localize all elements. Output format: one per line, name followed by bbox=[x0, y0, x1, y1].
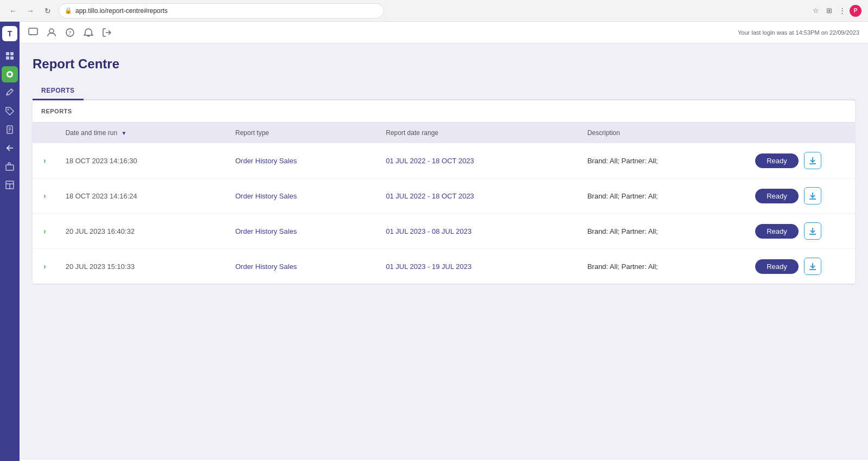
table-row: › 18 OCT 2023 14:16:24 Order History Sal… bbox=[33, 178, 855, 214]
ready-button-3[interactable]: Ready bbox=[755, 224, 799, 239]
sidebar-item-briefcase[interactable] bbox=[2, 158, 18, 175]
reports-card: REPORTS Date and time run ▼ Report type … bbox=[33, 100, 855, 284]
svg-rect-12 bbox=[6, 165, 14, 170]
logo-text: T bbox=[8, 29, 12, 38]
row-date-4: 20 JUL 2023 15:10:33 bbox=[57, 249, 227, 284]
forward-button[interactable]: → bbox=[24, 4, 37, 17]
last-login-text: Your last login was at 14:53PM on 22/09/… bbox=[738, 29, 859, 36]
briefcase-icon bbox=[5, 162, 14, 171]
row-actions-4: Ready bbox=[746, 249, 855, 284]
row-actions-1: Ready bbox=[746, 143, 855, 178]
row-range-3: 01 JUL 2023 - 08 JUL 2023 bbox=[377, 214, 578, 249]
table-body: › 18 OCT 2023 14:16:30 Order History Sal… bbox=[33, 143, 855, 284]
row-actions-3: Ready bbox=[746, 214, 855, 248]
svg-rect-16 bbox=[29, 28, 37, 35]
content-wrapper: ? Your last login was bbox=[20, 22, 868, 461]
row-type-4: Order History Sales bbox=[227, 249, 378, 284]
svg-rect-2 bbox=[6, 56, 9, 60]
col-date-label: Date and time run bbox=[66, 129, 117, 137]
expand-chevron-3[interactable]: › bbox=[41, 225, 48, 238]
sidebar-item-table[interactable] bbox=[2, 177, 18, 193]
svg-point-17 bbox=[49, 29, 54, 33]
row-description-4: Brand: All; Partner: All; bbox=[579, 249, 746, 284]
bell-icon[interactable] bbox=[84, 28, 93, 37]
header-icons: ? bbox=[28, 28, 112, 37]
pencil-icon bbox=[5, 88, 14, 97]
row-date-3: 20 JUL 2023 16:40:32 bbox=[57, 214, 227, 249]
sidebar-logo[interactable]: T bbox=[2, 26, 17, 41]
sidebar-item-documents[interactable] bbox=[2, 121, 18, 138]
col-actions bbox=[746, 123, 855, 143]
tabs: REPORTS bbox=[33, 82, 855, 100]
more-icon[interactable]: ⋮ bbox=[837, 5, 847, 16]
back-button[interactable]: ← bbox=[7, 4, 20, 17]
page-title: Report Centre bbox=[33, 56, 855, 72]
sidebar-item-dashboard[interactable] bbox=[2, 48, 18, 64]
col-date[interactable]: Date and time run ▼ bbox=[57, 123, 227, 143]
sidebar: T bbox=[0, 22, 20, 461]
user-icon[interactable] bbox=[47, 28, 56, 37]
download-button-2[interactable] bbox=[804, 187, 821, 204]
row-range-4: 01 JUL 2023 - 19 JUL 2023 bbox=[377, 249, 578, 284]
download-button-3[interactable] bbox=[804, 222, 821, 240]
col-type: Report type bbox=[227, 123, 378, 143]
row-description-2: Brand: All; Partner: All; bbox=[579, 178, 746, 214]
svg-point-6 bbox=[8, 109, 9, 111]
expand-chevron-2[interactable]: › bbox=[41, 189, 48, 202]
sidebar-item-tag[interactable] bbox=[2, 103, 18, 119]
page-content: Report Centre REPORTS REPORTS Date and t… bbox=[20, 43, 868, 459]
tab-reports[interactable]: REPORTS bbox=[33, 82, 84, 100]
app-wrapper: T bbox=[0, 22, 868, 461]
ready-button-2[interactable]: Ready bbox=[755, 189, 799, 203]
reload-button[interactable]: ↻ bbox=[41, 4, 54, 17]
row-actions-2: Ready bbox=[746, 178, 855, 213]
svg-rect-1 bbox=[10, 52, 14, 55]
top-header: ? Your last login was bbox=[20, 22, 868, 43]
table-row: › 20 JUL 2023 15:10:33 Order History Sal… bbox=[33, 249, 855, 284]
row-description-3: Brand: All; Partner: All; bbox=[579, 214, 746, 249]
table-row: › 20 JUL 2023 16:40:32 Order History Sal… bbox=[33, 214, 855, 249]
table-icon bbox=[5, 181, 14, 189]
row-expand-1: › bbox=[33, 143, 57, 178]
signout-icon[interactable] bbox=[102, 28, 112, 37]
help-icon[interactable]: ? bbox=[65, 28, 75, 37]
chat-icon[interactable] bbox=[28, 28, 38, 37]
row-description-1: Brand: All; Partner: All; bbox=[579, 143, 746, 178]
browser-actions: ☆ ⊞ ⋮ P bbox=[810, 5, 861, 17]
table-row: › 18 OCT 2023 14:16:30 Order History Sal… bbox=[33, 143, 855, 178]
sort-icon: ▼ bbox=[121, 130, 126, 136]
row-date-1: 18 OCT 2023 14:16:30 bbox=[57, 143, 227, 178]
row-date-2: 18 OCT 2023 14:16:24 bbox=[57, 178, 227, 214]
reports-icon bbox=[5, 70, 14, 79]
svg-rect-0 bbox=[6, 52, 9, 55]
ready-button-1[interactable]: Ready bbox=[755, 153, 799, 168]
col-range: Report date range bbox=[377, 123, 578, 143]
row-expand-3: › bbox=[33, 214, 57, 249]
address-bar[interactable]: 🔒 app.tillo.io/report-centre#reports bbox=[59, 3, 384, 18]
extensions-icon[interactable]: ⊞ bbox=[824, 5, 834, 16]
sidebar-item-pencil[interactable] bbox=[2, 85, 18, 101]
row-type-2: Order History Sales bbox=[227, 178, 378, 214]
row-type-3: Order History Sales bbox=[227, 214, 378, 249]
svg-point-5 bbox=[8, 73, 11, 76]
row-range-2: 01 JUL 2022 - 18 OCT 2023 bbox=[377, 178, 578, 214]
sidebar-item-reports[interactable] bbox=[2, 66, 18, 82]
ready-button-4[interactable]: Ready bbox=[755, 259, 799, 274]
download-button-1[interactable] bbox=[804, 152, 821, 169]
download-button-4[interactable] bbox=[804, 258, 821, 275]
profile-icon[interactable]: P bbox=[850, 5, 861, 17]
lock-icon: 🔒 bbox=[65, 7, 72, 14]
row-range-1: 01 JUL 2022 - 18 OCT 2023 bbox=[377, 143, 578, 178]
expand-chevron-1[interactable]: › bbox=[41, 154, 48, 167]
reports-table: Date and time run ▼ Report type Report d… bbox=[33, 123, 855, 284]
expand-chevron-4[interactable]: › bbox=[41, 260, 48, 273]
dashboard-icon bbox=[5, 52, 14, 60]
reports-card-header: REPORTS bbox=[33, 100, 855, 123]
col-expand bbox=[33, 123, 57, 143]
row-type-1: Order History Sales bbox=[227, 143, 378, 178]
arrow-icon bbox=[5, 144, 14, 152]
sidebar-item-arrow[interactable] bbox=[2, 140, 18, 156]
footer: tillo Tillo v3.109.1 © 2023 Reward Cloud… bbox=[20, 459, 868, 461]
bookmark-icon[interactable]: ☆ bbox=[810, 5, 821, 16]
table-header-row: Date and time run ▼ Report type Report d… bbox=[33, 123, 855, 143]
